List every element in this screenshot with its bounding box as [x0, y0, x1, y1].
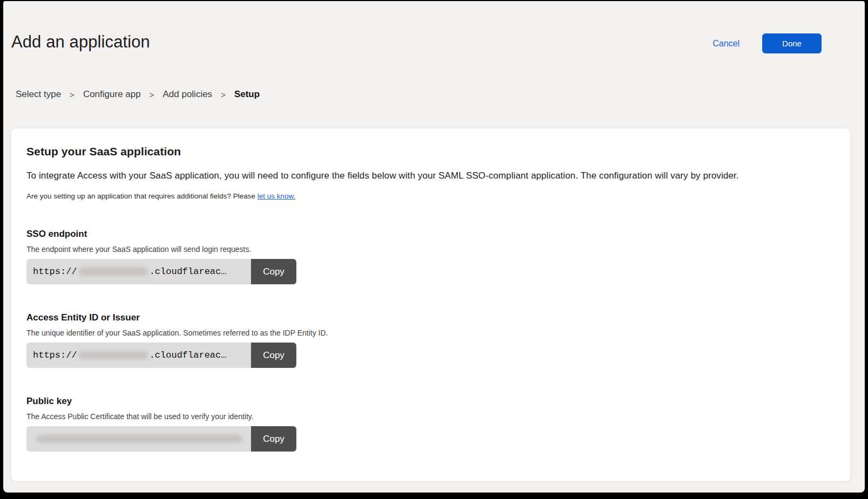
breadcrumb-step-setup: Setup — [234, 89, 260, 100]
breadcrumb-separator: > — [150, 90, 154, 99]
url-suffix: .cloudflareac… — [150, 350, 227, 360]
url-prefix: https:// — [33, 350, 77, 360]
url-suffix: .cloudflareac… — [150, 266, 227, 277]
entity-id-value: https:// .cloudflareac… — [26, 343, 251, 368]
breadcrumb-separator: > — [70, 90, 74, 99]
card-intro-text: To integrate Access with your SaaS appli… — [26, 170, 829, 181]
sso-endpoint-label: SSO endpoint — [26, 229, 829, 240]
breadcrumb-separator: > — [221, 90, 226, 99]
public-key-label: Public key — [26, 396, 829, 407]
card-note: Are you setting up an application that r… — [26, 192, 829, 200]
entity-id-section: Access Entity ID or Issuer The unique id… — [26, 312, 829, 368]
setup-card: Setup your SaaS application To integrate… — [11, 128, 851, 482]
let-us-know-link[interactable]: let us know. — [257, 192, 296, 200]
cancel-button[interactable]: Cancel — [713, 39, 740, 49]
entity-id-description: The unique identifier of your SaaS appli… — [26, 329, 829, 337]
sso-endpoint-section: SSO endpoint The endpoint where your Saa… — [26, 229, 829, 284]
sso-endpoint-value-row: https:// .cloudflareac… Copy — [26, 259, 296, 284]
entity-id-label: Access Entity ID or Issuer — [26, 312, 829, 323]
breadcrumb-step-add-policies[interactable]: Add policies — [162, 89, 212, 100]
entity-id-copy-button[interactable]: Copy — [251, 343, 296, 368]
sso-endpoint-description: The endpoint where your SaaS application… — [26, 245, 829, 254]
public-key-copy-button[interactable]: Copy — [251, 426, 296, 452]
public-key-description: The Access Public Certificate that will … — [26, 412, 829, 421]
done-button[interactable]: Done — [762, 33, 822, 53]
sso-endpoint-value: https:// .cloudflareac… — [26, 259, 251, 284]
redacted-value-blur — [79, 268, 148, 276]
page-title: Add an application — [11, 32, 150, 52]
public-key-value — [26, 426, 251, 452]
app-window: Add an application Cancel Done Select ty… — [3, 1, 865, 493]
redacted-value-blur — [36, 435, 242, 443]
public-key-value-row: Copy — [26, 426, 296, 452]
breadcrumb-step-configure-app[interactable]: Configure app — [83, 89, 141, 100]
url-prefix: https:// — [33, 266, 77, 277]
public-key-section: Public key The Access Public Certificate… — [26, 396, 829, 452]
sso-endpoint-copy-button[interactable]: Copy — [251, 259, 296, 284]
breadcrumb: Select type > Configure app > Add polici… — [16, 89, 260, 100]
breadcrumb-step-select-type[interactable]: Select type — [16, 89, 61, 100]
page-header: Add an application Cancel Done — [11, 32, 822, 53]
redacted-value-blur — [79, 351, 148, 359]
header-actions: Cancel Done — [713, 32, 822, 53]
card-note-text: Are you setting up an application that r… — [26, 192, 255, 200]
card-title: Setup your SaaS application — [26, 145, 829, 158]
entity-id-value-row: https:// .cloudflareac… Copy — [26, 343, 296, 368]
